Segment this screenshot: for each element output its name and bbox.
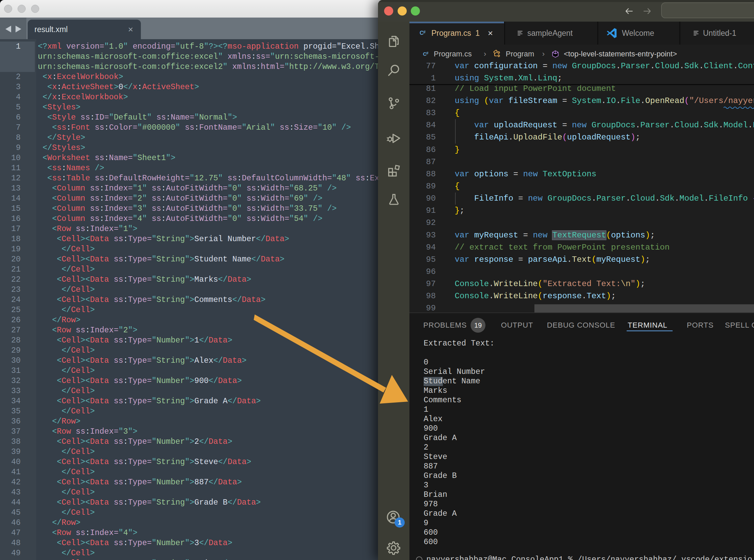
svg-text:#: # (423, 30, 425, 35)
svg-text:#: # (426, 51, 428, 55)
